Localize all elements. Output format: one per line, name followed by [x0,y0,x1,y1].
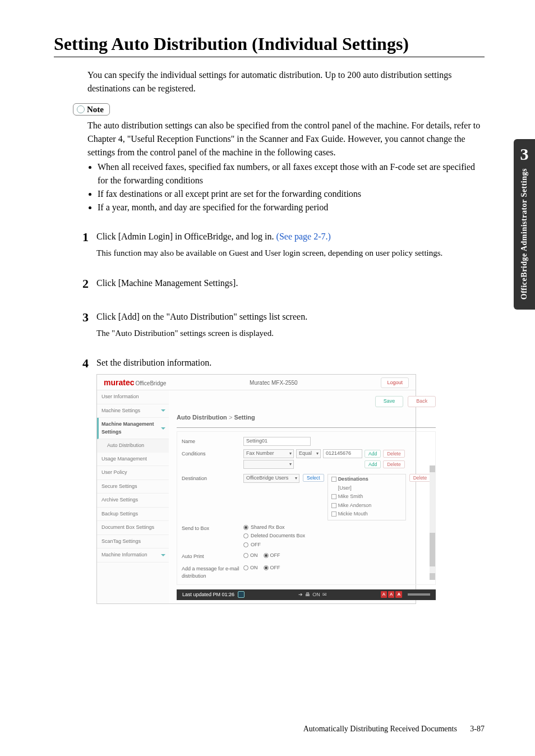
autoprint-label: Auto Print [182,552,243,561]
dest-check[interactable] [331,503,336,508]
sidebar-item-user-info[interactable]: User Information [97,390,169,404]
sidebar-item-mms[interactable]: Machine Management Settings [97,418,169,439]
radio-off[interactable] [243,542,248,547]
sidebar-item-user-policy[interactable]: User Policy [97,466,169,480]
note-icon [77,105,85,113]
radio-addmsg-on[interactable] [243,565,248,570]
step-number: 1 [77,230,89,260]
text-size-small[interactable]: A [381,591,387,598]
back-button[interactable]: Back [408,396,436,407]
step-number: 3 [77,310,89,340]
note-bullet: If a year, month, and day are specified … [98,201,485,214]
footer-section: Automatically Distributing Received Docu… [303,725,457,733]
dest-delete-button[interactable]: Delete [409,474,431,482]
page-title: Setting Auto Distribution (Individual Se… [54,34,485,54]
step-1: 1 Click [Admin Login] in OfficeBridge, a… [54,230,485,260]
radio-autoprint-off[interactable] [264,553,269,558]
note-label: Note [87,105,104,114]
progress-bar [408,593,430,596]
select-button[interactable]: Select [303,474,324,482]
refresh-icon[interactable] [238,591,245,598]
text-size-large[interactable]: A [395,591,402,598]
step-text: Click [Add] on the "Auto Distribution" s… [96,310,485,324]
logout-button[interactable]: Logout [381,377,409,389]
model-label: Muratec MFX-2550 [250,379,298,387]
cond-type-select[interactable]: Fax Number [243,449,294,458]
see-page-link[interactable]: (See page 2-7.) [276,232,331,241]
dest-check[interactable] [331,511,336,517]
ss-header: muratecOfficeBridge Muratec MFX-2550 Log… [97,375,416,390]
cond-delete-button[interactable]: Delete [383,450,405,458]
sidebar-item-archive[interactable]: Archive Settings [97,494,169,508]
step-subtext: This function may also be available on G… [96,247,485,260]
cond-op-select[interactable]: Equal [296,449,321,458]
step-text: Click [Admin Login] in OfficeBridge, and… [96,230,485,243]
dest-check-all[interactable] [331,477,336,482]
arrow-icon: ➔ [298,591,303,599]
officebridge-screenshot: muratecOfficeBridge Muratec MFX-2550 Log… [96,374,416,604]
sidebar-item-docbox[interactable]: Document Box Settings [97,521,169,535]
sidebar-item-secure[interactable]: Secure Settings [97,480,169,494]
radio-addmsg-off[interactable] [264,565,269,570]
title-rule [54,57,485,57]
intro-text: You can specify the individual settings … [87,68,485,95]
brand-logo: muratecOfficeBridge [104,377,166,389]
sidebar-item-usage[interactable]: Usage Management [97,453,169,467]
settings-form: Name Setting01 Conditions F [177,431,436,585]
radio-shared-rx[interactable] [243,525,248,530]
sidebar: User Information Machine Settings Machin… [97,390,169,603]
scroll-down-icon[interactable] [430,573,435,580]
note-heading: Note [73,103,110,116]
breadcrumb: Auto Distribution > Setting [177,413,436,422]
scroll-up-icon[interactable] [430,465,435,472]
cond-delete-button-2[interactable]: Delete [383,460,405,468]
sidebar-item-scantag[interactable]: ScanTag Settings [97,535,169,549]
step-number: 2 [77,276,89,293]
scrollbar[interactable] [430,465,435,580]
destination-label: Destination [182,474,243,483]
chapter-label: OfficeBridge Administrator Settings [520,168,529,299]
sidebar-item-machine-settings[interactable]: Machine Settings [97,404,169,418]
cond-add-button-2[interactable]: Add [365,460,381,468]
page-footer: Automatically Distributing Received Docu… [303,725,485,734]
radio-deleted-docs[interactable] [243,533,248,538]
text-size-controls[interactable]: A A A [381,591,402,598]
last-updated: Last updated PM 01:26 [182,591,234,599]
dest-check[interactable] [331,494,336,499]
chapter-number: 3 [520,145,529,164]
step-subtext: The "Auto Distribution" settings screen … [96,327,485,340]
main-rule [177,427,436,428]
printer-icon: 🖶 [305,591,310,599]
footer-page: 3-87 [470,725,485,733]
sidebar-item-machine-info[interactable]: Machine Information [97,548,169,563]
sidebar-sub-auto-dist[interactable]: Auto Distribution [97,439,169,453]
radio-autoprint-on[interactable] [243,553,248,558]
text-size-med[interactable]: A [388,591,394,598]
note-para: The auto distribution settings can also … [87,121,480,157]
step-2: 2 Click [Machine Management Settings]. [54,276,485,293]
name-input[interactable]: Setting01 [243,437,311,446]
destinations-box: Destinations [User] Mike Smith Mike Ande… [328,474,406,520]
send-to-box-label: Send to Box [182,524,243,533]
step-number: 4 [77,356,89,604]
dest-item: Mike Smith [338,493,363,501]
cond-add-button[interactable]: Add [365,450,381,458]
conditions-label: Conditions [182,449,243,458]
mail-icon: ✉ [322,591,327,599]
cond-type-select-2[interactable] [243,460,294,469]
name-label: Name [182,437,243,446]
dest-item: Mickie Mouth [338,510,368,518]
save-button[interactable]: Save [375,396,404,407]
step-3: 3 Click [Add] on the "Auto Distribution"… [54,310,485,340]
dest-item: Mike Anderson [338,502,372,510]
step-text: Click [Machine Management Settings]. [96,276,485,290]
cond-value-input[interactable]: 012145676 [323,449,362,458]
dest-type-select[interactable]: OfficeBridge Users [243,474,299,483]
dest-group: [User] [331,484,402,493]
sidebar-item-backup[interactable]: Backup Settings [97,508,169,522]
chapter-tab: 3 OfficeBridge Administrator Settings [514,139,535,310]
scroll-thumb[interactable] [430,533,435,566]
on-indicator: ON [312,591,320,599]
status-bar: Last updated PM 01:26 ➔ 🖶 ON ✉ [177,589,436,601]
main-panel: Save Back Auto Distribution > Setting [169,390,444,603]
